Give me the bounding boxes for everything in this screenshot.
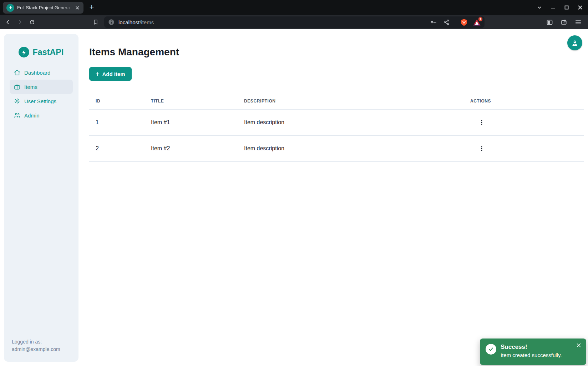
user-avatar-button[interactable] (567, 35, 582, 50)
sidebar: FastAPI Dashboard Items User Settings Ad… (4, 34, 78, 362)
fastapi-favicon-icon (6, 4, 14, 12)
bookmark-icon[interactable] (91, 17, 101, 27)
tab-close-icon[interactable] (74, 5, 81, 11)
browser-tab[interactable]: Full Stack Project Genera (3, 2, 83, 14)
url-text: localhost/items (118, 19, 154, 25)
column-header-description: DESCRIPTION (244, 93, 470, 109)
success-toast: Success! Item created successfully. (480, 339, 586, 365)
window-maximize-button[interactable] (562, 3, 571, 12)
cell-description: Item description (244, 135, 470, 161)
sidebar-nav: Dashboard Items User Settings Admin (4, 65, 78, 122)
forward-button[interactable] (15, 17, 25, 27)
url-host: localhost (118, 19, 140, 25)
reload-button[interactable] (27, 17, 37, 27)
logged-in-email: admin@example.com (12, 346, 60, 353)
brave-rewards-bat-icon[interactable]: 1 (472, 18, 481, 26)
logged-in-label: Logged in as: (12, 338, 60, 346)
new-tab-button[interactable]: + (87, 3, 96, 12)
user-icon (571, 39, 579, 47)
fastapi-logo-text: FastAPI (32, 47, 64, 57)
sidebar-item-user-settings[interactable]: User Settings (10, 94, 73, 108)
sidebar-item-items[interactable]: Items (10, 80, 73, 94)
add-item-label: Add Item (102, 71, 125, 77)
browser-toolbar: localhost/items 1 (0, 15, 588, 29)
table-row: 2 Item #2 Item description (89, 135, 584, 161)
items-table: ID TITLE DESCRIPTION ACTIONS 1 Item #1 I… (89, 93, 584, 162)
fastapi-logo-icon (19, 47, 29, 57)
share-icon[interactable] (442, 18, 451, 26)
sidebar-item-label: Items (24, 84, 37, 90)
fastapi-logo: FastAPI (4, 47, 78, 57)
back-button[interactable] (3, 17, 13, 27)
sidebar-item-admin[interactable]: Admin (10, 108, 73, 122)
row-actions-kebab-icon[interactable] (477, 144, 487, 154)
tab-title: Full Stack Project Genera (17, 5, 74, 10)
column-header-actions: ACTIONS (470, 93, 584, 109)
add-item-button[interactable]: + Add Item (89, 67, 132, 81)
cell-title: Item #1 (151, 109, 244, 135)
gear-icon (14, 97, 21, 105)
window-close-button[interactable] (576, 3, 584, 12)
page-title: Items Management (89, 46, 584, 58)
cell-id: 2 (89, 135, 151, 161)
password-key-icon[interactable] (429, 18, 438, 26)
sidebar-item-dashboard[interactable]: Dashboard (10, 65, 73, 80)
main-content: Items Management + Add Item ID TITLE DES… (89, 29, 584, 162)
toast-title: Success! (501, 343, 562, 351)
table-row: 1 Item #1 Item description (89, 109, 584, 135)
column-header-title: TITLE (151, 93, 244, 109)
cell-title: Item #2 (151, 135, 244, 161)
url-path: /items (140, 19, 154, 25)
sidebar-item-label: Admin (24, 112, 40, 119)
users-icon (14, 112, 21, 119)
rewards-badge: 1 (478, 16, 483, 22)
menu-hamburger-icon[interactable] (573, 17, 583, 27)
window-minimize-button[interactable] (549, 3, 557, 12)
sidebar-toggle-icon[interactable] (544, 17, 554, 27)
page: FastAPI Dashboard Items User Settings Ad… (0, 29, 588, 366)
cell-id: 1 (89, 109, 151, 135)
address-bar[interactable]: localhost/items 1 (104, 16, 485, 28)
brave-shields-icon[interactable] (460, 18, 468, 26)
home-icon (14, 69, 21, 76)
cell-description: Item description (244, 109, 470, 135)
sidebar-item-label: User Settings (24, 98, 56, 104)
column-header-id: ID (89, 93, 151, 109)
check-circle-icon (486, 344, 496, 355)
toast-message: Item created successfully. (501, 351, 562, 359)
row-actions-kebab-icon[interactable] (477, 117, 487, 127)
tab-search-chevron-icon[interactable] (535, 3, 544, 12)
toolbar-divider (455, 19, 455, 25)
browser-tabstrip: Full Stack Project Genera + (0, 0, 588, 15)
table-header-row: ID TITLE DESCRIPTION ACTIONS (89, 93, 584, 109)
briefcase-icon (14, 83, 21, 90)
wallet-icon[interactable] (559, 17, 569, 27)
sidebar-item-label: Dashboard (24, 70, 50, 76)
toast-close-icon[interactable] (576, 342, 582, 349)
site-info-icon[interactable] (108, 19, 115, 26)
logged-in-info: Logged in as: admin@example.com (12, 338, 60, 353)
plus-icon: + (96, 71, 100, 77)
